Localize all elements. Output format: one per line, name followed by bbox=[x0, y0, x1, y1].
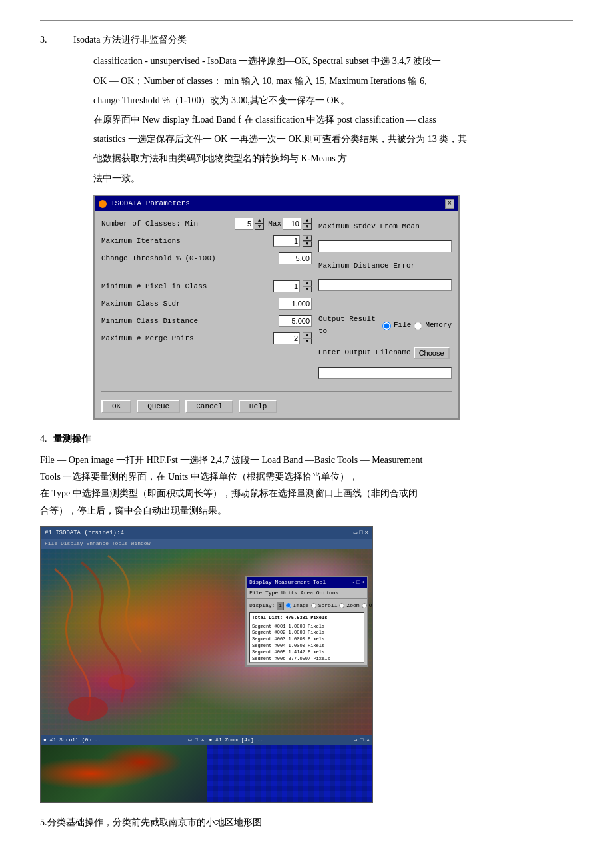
scroll-radio[interactable] bbox=[311, 603, 316, 608]
meas-display-row: Display: 1 Image Scroll Zoom Off bbox=[249, 602, 364, 610]
section3-title: Isodata 方法进行非监督分类 bbox=[73, 33, 187, 47]
meas-body: Display: 1 Image Scroll Zoom Off Total D… bbox=[247, 599, 367, 665]
minimize-icon[interactable]: ▭ bbox=[354, 528, 357, 538]
num-classes-max-input[interactable] bbox=[283, 218, 301, 230]
min-dist-label: Minimum Class Distance bbox=[101, 316, 276, 328]
section3-header: 3. Isodata 方法进行非监督分类 bbox=[40, 33, 573, 47]
section3-para2: OK — OK；Number of classes： min 输入 10, ma… bbox=[93, 73, 573, 89]
zoom-radio-label: Zoom bbox=[346, 602, 359, 610]
max-dist-input[interactable] bbox=[318, 279, 452, 291]
queue-button[interactable]: Queue bbox=[137, 400, 180, 413]
display-tab[interactable]: 1 bbox=[277, 602, 283, 610]
output-result-row: Output Result to File Memory bbox=[318, 314, 452, 337]
output-memory-label: Memory bbox=[425, 320, 452, 332]
maximize-icon[interactable]: □ bbox=[359, 528, 362, 538]
scroll-radio-label: Scroll bbox=[318, 602, 338, 610]
off-radio[interactable] bbox=[362, 603, 367, 608]
max-merge-row: Maximum # Merge Pairs ▲ ▼ bbox=[101, 332, 312, 344]
output-file-radio[interactable] bbox=[382, 322, 391, 330]
min-dist-row: Minimum Class Distance bbox=[101, 315, 312, 327]
section4: 4. 量测操作 File — Open image 一打开 HRF.Fst 一选… bbox=[40, 432, 573, 803]
dialog-close-button[interactable]: × bbox=[445, 199, 454, 209]
spinner-down[interactable]: ▼ bbox=[255, 224, 264, 230]
meas-close[interactable]: × bbox=[361, 578, 364, 587]
section3-para4: 在原界面中 New display fLoad Band f 在 classif… bbox=[93, 111, 573, 128]
seg6: Segment #006 377.0507 Pixels bbox=[252, 656, 362, 660]
num-classes-min-input[interactable] bbox=[235, 218, 253, 230]
num-classes-label: Number of Classes: Min bbox=[101, 218, 232, 230]
dialog-title-text: ISODATA Parameters bbox=[111, 198, 190, 210]
pixel-down[interactable]: ▼ bbox=[303, 286, 312, 292]
seg1: Segment #001 1.0000 Pixels bbox=[252, 624, 362, 630]
off-radio-label: Off bbox=[369, 602, 372, 610]
num-classes-spinner[interactable]: ▲ ▼ bbox=[255, 218, 264, 230]
filename-input[interactable] bbox=[318, 367, 452, 379]
dialog-title-group: ISODATA Parameters bbox=[99, 198, 190, 210]
section4-title: 量测操作 bbox=[53, 432, 91, 446]
meas-max[interactable]: □ bbox=[356, 578, 360, 587]
scroll-titlebar: ● #1 Scroll (0h... ▭ □ × bbox=[41, 735, 207, 745]
isodata-dialog-container: ISODATA Parameters × Number of Classes: … bbox=[93, 195, 573, 420]
max-merge-input[interactable] bbox=[273, 332, 300, 344]
max-spinner-up[interactable]: ▲ bbox=[303, 218, 312, 224]
max-stdev-input[interactable] bbox=[318, 240, 452, 252]
filename-label: Enter Output Filename bbox=[318, 347, 411, 359]
max-dist-label: Maximum Distance Error bbox=[318, 260, 452, 272]
dialog-right-panel: Maximum Stdev From Mean Maximum Distance… bbox=[318, 218, 452, 381]
ok-button[interactable]: OK bbox=[101, 400, 131, 413]
image-radio[interactable] bbox=[286, 603, 291, 608]
max-spinner-down[interactable]: ▼ bbox=[303, 224, 312, 230]
section3-number: 3. bbox=[40, 33, 73, 47]
min-dist-input[interactable] bbox=[279, 315, 312, 327]
image-radio-label: Image bbox=[293, 602, 309, 610]
top-divider bbox=[40, 20, 573, 21]
isodata-dialog: ISODATA Parameters × Number of Classes: … bbox=[93, 195, 460, 420]
output-memory-radio[interactable] bbox=[414, 322, 422, 330]
cancel-button[interactable]: Cancel bbox=[185, 400, 233, 413]
pixel-up[interactable]: ▲ bbox=[303, 280, 312, 286]
dialog-titlebar: ISODATA Parameters × bbox=[95, 196, 458, 212]
zoom-thumbnail: ● #1 Zoom [4x] ... ▭ □ × bbox=[207, 735, 372, 802]
section3-para5: statistics 一选定保存后文件一 OK 一再选一次一 OK,则可查看分类… bbox=[93, 131, 573, 147]
zoom-radio[interactable] bbox=[339, 603, 344, 608]
section3-para6: 他数据获取方法和由类码到地物类型名的转换均与 K-Means 方 bbox=[93, 150, 573, 167]
seg5: Segment #005 1.4142 Pixels bbox=[252, 650, 362, 656]
meas-display-label: Display: bbox=[249, 602, 275, 610]
close-window-icon[interactable]: × bbox=[365, 528, 368, 538]
spinner-up[interactable]: ▲ bbox=[255, 218, 264, 224]
zoom-image bbox=[207, 745, 372, 802]
merge-down[interactable]: ▼ bbox=[303, 338, 312, 344]
max-stdr-row: Maximum Class Stdr bbox=[101, 298, 312, 310]
max-stdr-input[interactable] bbox=[279, 298, 312, 310]
section3: 3. Isodata 方法进行非监督分类 classification - un… bbox=[40, 33, 573, 420]
seg3: Segment #003 1.0000 Pixels bbox=[252, 636, 362, 643]
merge-up[interactable]: ▲ bbox=[303, 332, 312, 338]
min-pixel-row: Minimum # Pixel in Class ▲ ▼ bbox=[101, 280, 312, 292]
section3-para1: classification - unsupervised - IsoData … bbox=[93, 53, 573, 69]
max-iterations-input[interactable] bbox=[273, 235, 300, 247]
section4-para4: 合等），停止后，窗中会自动出现量测结果。 bbox=[40, 502, 573, 519]
num-classes-max-spinner[interactable]: ▲ ▼ bbox=[303, 218, 312, 230]
section3-para3: change Threshold %（1-100）改为 3.00,其它不变一保存… bbox=[93, 92, 573, 109]
min-pixel-spinner[interactable]: ▲ ▼ bbox=[303, 280, 312, 292]
help-button[interactable]: Help bbox=[239, 400, 277, 413]
scroll-thumbnail: ● #1 Scroll (0h... ▭ □ × bbox=[41, 735, 207, 802]
dialog-separator bbox=[101, 391, 452, 392]
meas-title: Display Measurement Tool bbox=[249, 578, 326, 587]
change-threshold-input[interactable] bbox=[279, 252, 312, 264]
max-merge-spinner[interactable]: ▲ ▼ bbox=[303, 332, 312, 344]
thumbnails-row: ● #1 Scroll (0h... ▭ □ × ● #1 Zoom [4x] … bbox=[41, 735, 372, 802]
iter-down[interactable]: ▼ bbox=[303, 241, 312, 247]
section4-para1: File — Open image 一打开 HRF.Fst 一选择 2,4,7 … bbox=[40, 452, 573, 468]
choose-button[interactable]: Choose bbox=[414, 347, 450, 359]
max-iterations-label: Maximum Iterations bbox=[101, 236, 271, 248]
meas-menu: File Type Units Area Options bbox=[247, 588, 367, 599]
change-threshold-row: Change Threshold % (0-100) bbox=[101, 252, 312, 264]
section5: 5.分类基础操作，分类前先截取南京市的小地区地形图 bbox=[40, 815, 573, 830]
meas-min[interactable]: - bbox=[352, 578, 356, 587]
seg4: Segment #004 1.0000 Pixels bbox=[252, 643, 362, 650]
max-iterations-spinner[interactable]: ▲ ▼ bbox=[303, 235, 312, 247]
min-pixel-input[interactable] bbox=[273, 280, 300, 292]
section4-content: File — Open image 一打开 HRF.Fst 一选择 2,4,7 … bbox=[40, 452, 573, 519]
iter-up[interactable]: ▲ bbox=[303, 235, 312, 241]
